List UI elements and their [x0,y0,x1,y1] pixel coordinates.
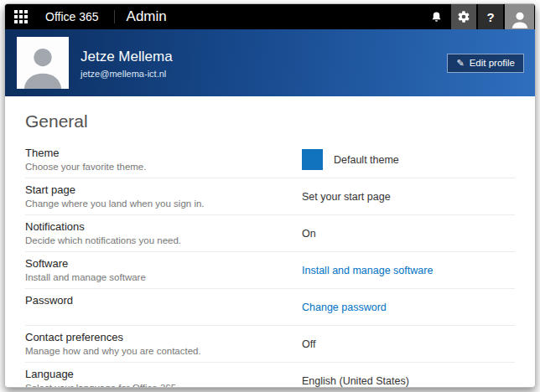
edit-profile-button[interactable]: ✎ Edit profile [447,54,524,73]
theme-color-swatch[interactable] [302,149,323,170]
settings-row-language[interactable]: Language Select your language for Office… [25,363,515,388]
row-title-contact-preferences: Contact preferences [25,331,302,344]
row-value-contact-preferences: Off [302,338,315,350]
office365-admin-window: Office 365 Admin ? [4,3,536,388]
help-icon: ? [486,10,494,24]
settings-content: General Theme Choose your favorite theme… [5,96,535,388]
change-password-link[interactable]: Change password [302,302,387,313]
settings-row-password[interactable]: Password Change password [25,289,515,326]
top-navigation-bar: Office 365 Admin ? [5,4,535,29]
row-title-start-page: Start page [25,183,302,197]
install-manage-software-link[interactable]: Install and manage software [302,265,433,276]
help-button[interactable]: ? [478,4,503,29]
brand-office365[interactable]: Office 365 [45,10,99,23]
avatar-person-icon [509,3,531,30]
row-desc-notifications: Decide which notifications you need. [25,235,302,247]
topbar-divider [114,10,115,23]
gear-icon [457,10,470,23]
settings-row-start-page[interactable]: Start page Change where you land when yo… [25,178,515,215]
row-desc-start-page: Change where you land when you sign in. [25,198,302,210]
person-silhouette-icon [18,40,67,89]
profile-email: jetze@mellema-ict.nl [80,69,173,79]
settings-row-contact-preferences[interactable]: Contact preferences Manage how and why y… [25,326,515,363]
row-value-theme: Default theme [334,154,399,166]
notifications-button[interactable] [423,4,449,29]
waffle-icon [14,10,28,23]
row-title-password: Password [25,294,302,307]
account-avatar-button[interactable] [505,4,534,29]
row-title-notifications: Notifications [25,220,302,234]
profile-header: Jetze Mellema jetze@mellema-ict.nl ✎ Edi… [5,29,535,96]
settings-row-software[interactable]: Software Install and manage software Ins… [25,252,515,289]
row-value-language: English (United States) [302,375,409,387]
settings-button[interactable] [451,4,476,29]
section-title-admin: Admin [127,8,167,25]
settings-row-notifications[interactable]: Notifications Decide which notifications… [25,215,515,252]
row-title-language: Language [25,368,302,381]
row-desc-contact-preferences: Manage how and why you are contacted. [25,345,302,358]
bell-icon [430,11,443,23]
row-desc-software: Install and manage software [25,271,302,284]
edit-profile-label: Edit profile [470,58,515,68]
profile-photo[interactable] [17,37,69,89]
row-title-software: Software [25,257,302,271]
row-title-theme: Theme [25,147,302,160]
row-desc-theme: Choose your favorite theme. [25,161,302,173]
row-value-start-page: Set your start page [302,191,391,203]
page-title: General [25,111,515,132]
profile-name: Jetze Mellema [80,48,173,66]
settings-row-theme[interactable]: Theme Choose your favorite theme. Defaul… [25,142,515,178]
row-desc-language: Select your language for Office 365. [25,382,302,388]
pencil-icon: ✎ [456,58,464,69]
app-launcher-button[interactable] [5,4,37,29]
row-value-notifications: On [302,228,316,240]
